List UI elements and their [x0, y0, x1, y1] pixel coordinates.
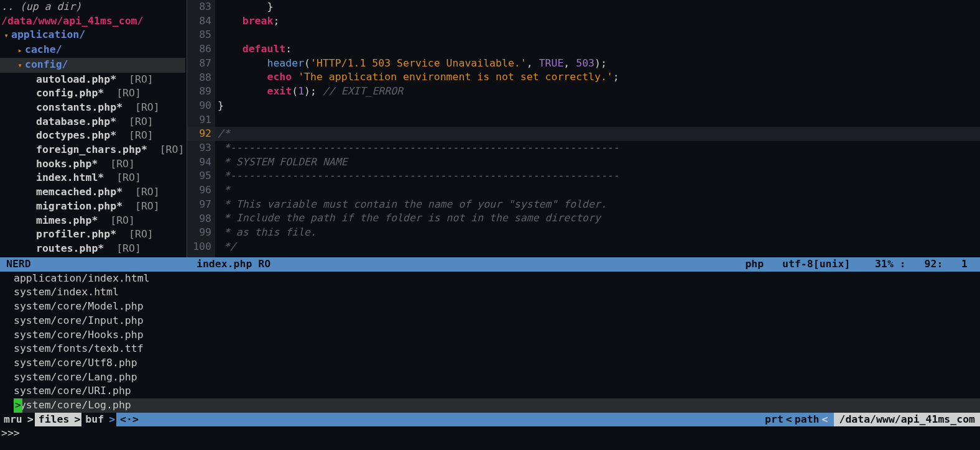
chevron-right-icon: ▸: [15, 44, 25, 58]
ctrlp-mode-mru[interactable]: mru: [0, 413, 26, 427]
tree-file[interactable]: database.php* [RO]: [0, 115, 185, 129]
ctrlp-bar: mru > files > buf > <·> prt < path < /da…: [0, 413, 980, 427]
file-tree-sidebar[interactable]: .. (up a dir) /data/www/api_41ms_com/ ▾a…: [0, 0, 185, 257]
ctrlp-path-label: path: [795, 413, 820, 427]
ctrlp-mode-files[interactable]: files: [35, 413, 73, 427]
tree-up-dir[interactable]: .. (up a dir): [0, 0, 185, 14]
ctrlp-prt-label: prt: [765, 413, 784, 427]
chevron-down-icon: ▾: [15, 58, 25, 73]
tree-file[interactable]: migration.php* [RO]: [0, 200, 185, 214]
line-number-gutter: 8384858687888990919293949596979899100: [187, 0, 215, 257]
status-mode: NERD: [0, 257, 185, 272]
mru-item[interactable]: system/core/Hooks.php: [14, 328, 980, 342]
tree-file[interactable]: routes.php* [RO]: [0, 242, 185, 256]
ctrlp-prompt[interactable]: <·> prt < path <: [116, 413, 834, 427]
tree-file[interactable]: constants.php* [RO]: [0, 101, 185, 115]
mru-item[interactable]: system/core/Log.php: [14, 398, 980, 413]
tree-file[interactable]: memcached.php* [RO]: [0, 185, 185, 200]
status-filename: index.php RO: [196, 257, 270, 272]
tree-file[interactable]: config.php* [RO]: [0, 86, 185, 101]
mru-item[interactable]: system/index.html: [14, 285, 980, 300]
mru-list[interactable]: application/index.htmlsystem/index.htmls…: [0, 272, 980, 413]
tree-dir-cache[interactable]: ▸cache/: [0, 43, 185, 58]
ctrlp-mode-buf[interactable]: buf: [81, 413, 108, 427]
tree-dir-application[interactable]: ▾application/: [0, 28, 185, 43]
status-bar: NERD index.php RO php utf-8[unix] 31% : …: [0, 257, 980, 272]
ctrlp-cwd: /data/www/api_41ms_com: [834, 413, 980, 427]
tree-file[interactable]: doctypes.php* [RO]: [0, 129, 185, 143]
tree-dir-config[interactable]: ▾config/: [0, 58, 185, 73]
tree-file[interactable]: foreign_chars.php* [RO]: [0, 143, 185, 157]
chevron-down-icon: ▾: [1, 29, 11, 43]
mru-item[interactable]: system/core/Lang.php: [14, 370, 980, 385]
mru-item[interactable]: system/core/Input.php: [14, 314, 980, 328]
mru-item[interactable]: system/core/Model.php: [14, 300, 980, 314]
tree-root-path: /data/www/api_41ms_com/: [0, 14, 185, 29]
tree-file[interactable]: hooks.php* [RO]: [0, 157, 185, 172]
command-line[interactable]: >>>: [0, 426, 980, 441]
code-editor[interactable]: } break; default: header('HTTP/1.1 503 S…: [215, 0, 980, 257]
mru-selected-marker-icon: >: [14, 398, 22, 413]
tree-file[interactable]: mimes.php* [RO]: [0, 214, 185, 228]
mru-item[interactable]: system/core/Utf8.php: [14, 356, 980, 370]
mru-item[interactable]: system/fonts/texb.ttf: [14, 342, 980, 356]
tree-file[interactable]: index.html* [RO]: [0, 171, 185, 185]
tree-file[interactable]: autoload.php* [RO]: [0, 73, 185, 87]
status-ruler: php utf-8[unix] 31% : 92: 1: [745, 257, 980, 272]
tree-file[interactable]: profiler.php* [RO]: [0, 227, 185, 242]
mru-item[interactable]: application/index.html: [14, 272, 980, 286]
mru-item[interactable]: system/core/URI.php: [14, 384, 980, 398]
